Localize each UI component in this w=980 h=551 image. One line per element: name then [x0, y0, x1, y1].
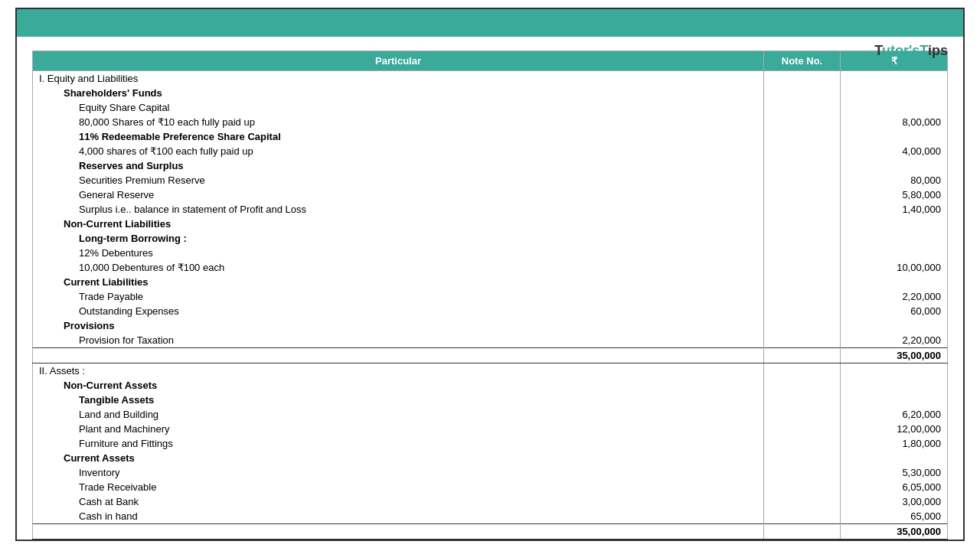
row-note [764, 115, 841, 129]
row-amount [841, 158, 948, 173]
row-particular: Land and Building [33, 407, 764, 422]
row-note [764, 187, 841, 202]
table-row: 80,000 Shares of ₹10 each fully paid up8… [33, 115, 948, 129]
row-amount [841, 364, 948, 379]
row-particular: Non-Current Liabilities [33, 217, 764, 231]
row-amount: 5,30,000 [841, 465, 948, 480]
table-row: Surplus i.e.. balance in statement of Pr… [33, 202, 948, 217]
row-note [764, 231, 841, 246]
total-note [764, 524, 841, 540]
total-amount: 35,00,000 [841, 348, 948, 364]
table-row: General Reserve5,80,000 [33, 187, 948, 202]
row-particular: Tangible Assets [33, 393, 764, 407]
row-particular: 10,000 Debentures of ₹100 each [33, 260, 764, 275]
row-amount [841, 100, 948, 115]
row-particular: Provision for Taxation [33, 333, 764, 348]
row-note [764, 407, 841, 422]
table-row: Tangible Assets [33, 393, 948, 407]
row-note [764, 158, 841, 173]
table-row: 35,00,000 [33, 524, 948, 540]
balance-sheet-table: Particular Note No. ₹ I. Equity and Liab… [32, 51, 948, 540]
row-amount [841, 217, 948, 231]
row-particular: General Reserve [33, 187, 764, 202]
total-amount: 35,00,000 [841, 524, 948, 540]
logo-tips-t: T [920, 43, 928, 58]
row-amount: 4,00,000 [841, 144, 948, 158]
row-note [764, 217, 841, 231]
row-note [764, 246, 841, 260]
row-particular: Inventory [33, 465, 764, 480]
col-particular: Particular [33, 51, 764, 71]
table-row: Cash at Bank3,00,000 [33, 494, 948, 509]
row-amount [841, 246, 948, 260]
row-particular: Surplus i.e.. balance in statement of Pr… [33, 202, 764, 217]
row-note [764, 289, 841, 304]
row-particular: Shareholders' Funds [33, 86, 764, 100]
row-note [764, 129, 841, 144]
row-particular: Cash at Bank [33, 494, 764, 509]
row-note [764, 494, 841, 509]
table-row: Non-Current Assets [33, 378, 948, 393]
row-particular: I. Equity and Liabilities [33, 71, 764, 86]
table-row: 12% Debentures [33, 246, 948, 260]
logo-utor: utor's [882, 43, 920, 58]
row-amount: 6,20,000 [841, 407, 948, 422]
row-note [764, 480, 841, 494]
total-label [33, 524, 764, 540]
row-amount: 5,80,000 [841, 187, 948, 202]
row-amount: 2,20,000 [841, 289, 948, 304]
row-note [764, 71, 841, 86]
row-particular: II. Assets : [33, 364, 764, 379]
row-particular: Non-Current Assets [33, 378, 764, 393]
row-particular: 12% Debentures [33, 246, 764, 260]
row-note [764, 260, 841, 275]
table-row: Outstanding Expenses60,000 [33, 304, 948, 318]
table-row: Current Liabilities [33, 275, 948, 289]
row-particular: Furniture and Fittings [33, 436, 764, 451]
total-note [764, 348, 841, 364]
exercise-section: Tutor'sTips Particular Note No. ₹ I. Equ… [17, 37, 963, 540]
table-row: 4,000 shares of ₹100 each fully paid up4… [33, 144, 948, 158]
row-amount: 80,000 [841, 173, 948, 187]
table-row: Trade Payable2,20,000 [33, 289, 948, 304]
row-particular: Outstanding Expenses [33, 304, 764, 318]
row-particular: Long-term Borrowing : [33, 231, 764, 246]
row-particular: Cash in hand [33, 509, 764, 524]
table-row: Reserves and Surplus [33, 158, 948, 173]
row-note [764, 393, 841, 407]
row-amount: 1,80,000 [841, 436, 948, 451]
row-amount: 8,00,000 [841, 115, 948, 129]
row-amount [841, 393, 948, 407]
row-particular: Equity Share Capital [33, 100, 764, 115]
table-row: Securities Premium Reserve80,000 [33, 173, 948, 187]
row-note [764, 318, 841, 333]
row-amount [841, 71, 948, 86]
main-wrapper: Tutor'sTips Particular Note No. ₹ I. Equ… [15, 8, 965, 541]
row-amount: 10,00,000 [841, 260, 948, 275]
row-amount [841, 86, 948, 100]
row-amount: 3,00,000 [841, 494, 948, 509]
table-row: Equity Share Capital [33, 100, 948, 115]
total-label [33, 348, 764, 364]
row-note [764, 86, 841, 100]
table-row: Long-term Borrowing : [33, 231, 948, 246]
row-note [764, 100, 841, 115]
table-row: 10,000 Debentures of ₹100 each10,00,000 [33, 260, 948, 275]
col-note: Note No. [764, 51, 841, 71]
table-row: Shareholders' Funds [33, 86, 948, 100]
row-amount: 65,000 [841, 509, 948, 524]
row-particular: Current Assets [33, 451, 764, 465]
row-amount [841, 378, 948, 393]
table-row: Provision for Taxation2,20,000 [33, 333, 948, 348]
chapter-header [17, 9, 963, 37]
row-note [764, 173, 841, 187]
table-row: Non-Current Liabilities [33, 217, 948, 231]
row-note [764, 275, 841, 289]
row-amount [841, 318, 948, 333]
row-amount: 60,000 [841, 304, 948, 318]
row-note [764, 509, 841, 524]
row-particular: Plant and Machinery [33, 422, 764, 436]
row-amount: 12,00,000 [841, 422, 948, 436]
table-row: Inventory5,30,000 [33, 465, 948, 480]
table-row: Cash in hand65,000 [33, 509, 948, 524]
